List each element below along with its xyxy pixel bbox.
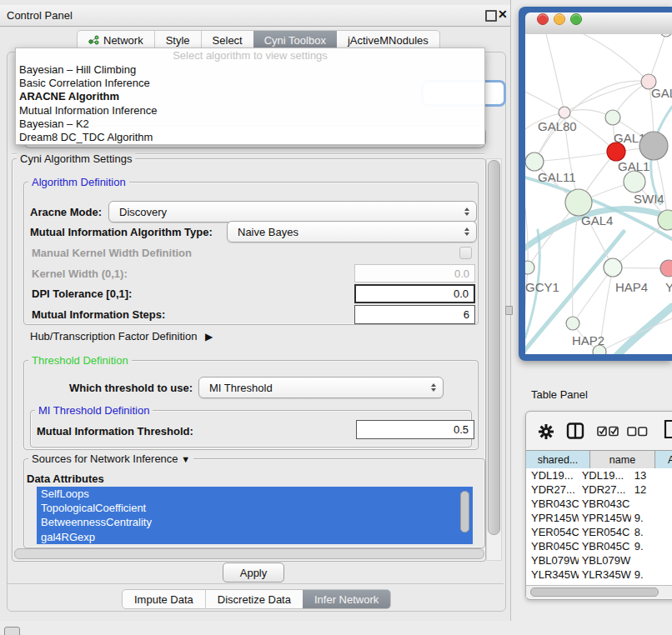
table-cell[interactable]: 8. bbox=[631, 525, 672, 539]
tab-infer-network[interactable]: Infer Network bbox=[303, 590, 390, 608]
data-attribute-item[interactable]: SelfLoops bbox=[37, 487, 473, 501]
table-cell[interactable]: YDL19... bbox=[526, 468, 579, 482]
algorithm-option[interactable]: Bayesian – K2 bbox=[16, 118, 484, 131]
close-icon[interactable]: ✕ bbox=[498, 8, 508, 21]
network-node-GAL11[interactable] bbox=[525, 152, 544, 171]
table-hscroll-thumb[interactable] bbox=[530, 588, 659, 597]
network-node[interactable] bbox=[593, 345, 606, 354]
tab-discretize-data[interactable]: Discretize Data bbox=[205, 590, 303, 608]
function-builder-icon[interactable] bbox=[663, 418, 672, 442]
network-node-SWI4[interactable] bbox=[624, 171, 645, 192]
manual-kernel-checkbox[interactable] bbox=[459, 247, 472, 259]
table-cell[interactable]: 9. bbox=[631, 539, 672, 553]
network-edge[interactable] bbox=[584, 34, 649, 82]
table-cell[interactable]: 9. bbox=[631, 568, 672, 582]
attributes-scrollbar[interactable] bbox=[460, 491, 469, 532]
network-canvas[interactable]: GALGAL80GAL10GAL1GAL11SWI4GAL4GCY1HAP4YH… bbox=[525, 34, 672, 354]
network-edge[interactable] bbox=[610, 307, 672, 354]
splitter-handle[interactable] bbox=[505, 306, 513, 315]
float-window-icon[interactable] bbox=[485, 10, 497, 22]
table-cell[interactable]: YBL079W bbox=[526, 553, 579, 568]
algorithm-option[interactable]: Dream8 DC_TDC Algorithm bbox=[16, 131, 484, 144]
network-node-GAL10[interactable] bbox=[605, 110, 620, 125]
table-cell[interactable]: YDR27... bbox=[526, 482, 579, 497]
tab-network[interactable]: Network bbox=[78, 31, 154, 49]
table-cell[interactable]: YBR045C bbox=[579, 539, 631, 553]
table-cell[interactable] bbox=[631, 553, 672, 568]
network-node-GAL80[interactable] bbox=[559, 107, 570, 118]
mi-steps-field[interactable]: 6 bbox=[354, 305, 475, 324]
table-cell[interactable]: YER054C bbox=[579, 525, 631, 539]
hub-definition-toggle[interactable]: Hub/Transcription Factor Definition ▶ bbox=[30, 330, 213, 342]
columns-icon[interactable] bbox=[566, 422, 585, 444]
dpi-tolerance-field[interactable]: 0.0 bbox=[354, 284, 475, 303]
network-edge[interactable] bbox=[546, 34, 564, 112]
network-edge[interactable] bbox=[525, 268, 528, 333]
table-row[interactable]: YDR27...YDR27...12 bbox=[526, 482, 672, 497]
table-row[interactable]: YBR045CYBR045C9. bbox=[526, 539, 672, 553]
table-cell[interactable]: 12 bbox=[631, 482, 672, 497]
network-edge[interactable] bbox=[525, 92, 564, 112]
table-cell[interactable]: YER054C bbox=[526, 525, 579, 539]
network-node[interactable] bbox=[639, 132, 668, 160]
apply-button[interactable]: Apply bbox=[223, 562, 284, 582]
table-cell[interactable]: YLR345W bbox=[579, 568, 631, 582]
network-node-Y[interactable] bbox=[660, 260, 672, 277]
algorithm-option[interactable]: Mutual Information Inference bbox=[16, 104, 484, 118]
network-node-HAP4[interactable] bbox=[604, 258, 622, 277]
algorithm-option[interactable]: Bayesian – Hill Climbing bbox=[16, 63, 484, 77]
data-attribute-item[interactable]: TopologicalCoefficient bbox=[37, 501, 473, 515]
network-edge[interactable] bbox=[573, 268, 613, 323]
network-node-GAL4[interactable] bbox=[565, 189, 592, 216]
column-header[interactable]: name bbox=[590, 450, 655, 469]
column-header[interactable]: A bbox=[655, 450, 672, 469]
table-cell[interactable]: YDL19... bbox=[579, 468, 631, 482]
minimize-traffic-light-icon[interactable] bbox=[554, 13, 565, 25]
network-node-GAL1[interactable] bbox=[607, 142, 625, 161]
table-cell[interactable]: YBL079W bbox=[579, 553, 631, 568]
mi-type-combo[interactable]: Naive Bayes bbox=[227, 221, 477, 242]
network-node-GCY1[interactable] bbox=[525, 261, 534, 274]
data-attribute-item[interactable]: BetweennessCentrality bbox=[37, 515, 473, 529]
select-all-checkboxes-icon[interactable] bbox=[597, 425, 619, 441]
tab-cyni-toolbox[interactable]: Cyni Toolbox bbox=[253, 31, 337, 49]
tab-style[interactable]: Style bbox=[154, 31, 201, 49]
tab-impute-data[interactable]: Impute Data bbox=[123, 590, 205, 608]
gear-icon[interactable] bbox=[537, 422, 555, 444]
zoom-traffic-light-icon[interactable] bbox=[570, 13, 582, 25]
table-cell[interactable]: 9. bbox=[631, 511, 672, 525]
table-cell[interactable]: YBR045C bbox=[526, 539, 579, 553]
table-row[interactable]: YLR345WYLR345W9. bbox=[526, 568, 672, 582]
tab-select[interactable]: Select bbox=[201, 31, 253, 49]
table-cell[interactable]: YDR27... bbox=[579, 482, 631, 497]
deselect-all-checkboxes-icon[interactable] bbox=[627, 426, 648, 441]
table-cell[interactable]: YBR043C bbox=[579, 497, 631, 511]
network-node[interactable] bbox=[660, 34, 672, 37]
aracne-mode-combo[interactable]: Discovery bbox=[108, 201, 477, 222]
table-cell[interactable] bbox=[631, 497, 672, 511]
column-header[interactable]: shared... bbox=[526, 450, 590, 469]
tab-jactivemnodules[interactable]: jActiveMNodules bbox=[337, 31, 439, 49]
algorithm-option[interactable]: Basic Correlation Inference bbox=[16, 77, 484, 90]
network-edge[interactable] bbox=[564, 82, 649, 112]
table-cell[interactable]: YBR043C bbox=[526, 497, 579, 511]
table-row[interactable]: YBR043CYBR043C bbox=[526, 497, 672, 511]
which-threshold-combo[interactable]: MI Threshold bbox=[198, 377, 444, 398]
table-row[interactable]: YER054CYER054C8. bbox=[526, 525, 672, 539]
data-attribute-item[interactable]: gal4RGexp bbox=[37, 530, 473, 544]
table-row[interactable]: YBL079WYBL079W bbox=[526, 553, 672, 568]
network-edge[interactable] bbox=[613, 220, 668, 268]
table-cell[interactable]: 13 bbox=[631, 468, 672, 482]
table-row[interactable]: YDL19...YDL19...13 bbox=[526, 468, 672, 482]
table-cell[interactable]: YPR145W bbox=[579, 511, 631, 525]
table-cell[interactable]: YPR145W bbox=[526, 511, 579, 525]
settings-scrollbar-thumb[interactable] bbox=[488, 160, 500, 535]
kernel-width-field[interactable]: 0.0 bbox=[354, 264, 475, 282]
mi-threshold-field[interactable]: 0.5 bbox=[356, 420, 474, 439]
network-edge[interactable] bbox=[525, 208, 528, 268]
network-node-HAP2[interactable] bbox=[566, 317, 579, 330]
settings-horizontal-scrollbar[interactable] bbox=[14, 548, 484, 559]
panel-grip-icon[interactable] bbox=[4, 627, 20, 635]
sources-title[interactable]: Sources for Network Inference ▼ bbox=[28, 452, 193, 465]
close-traffic-light-icon[interactable] bbox=[537, 13, 549, 25]
